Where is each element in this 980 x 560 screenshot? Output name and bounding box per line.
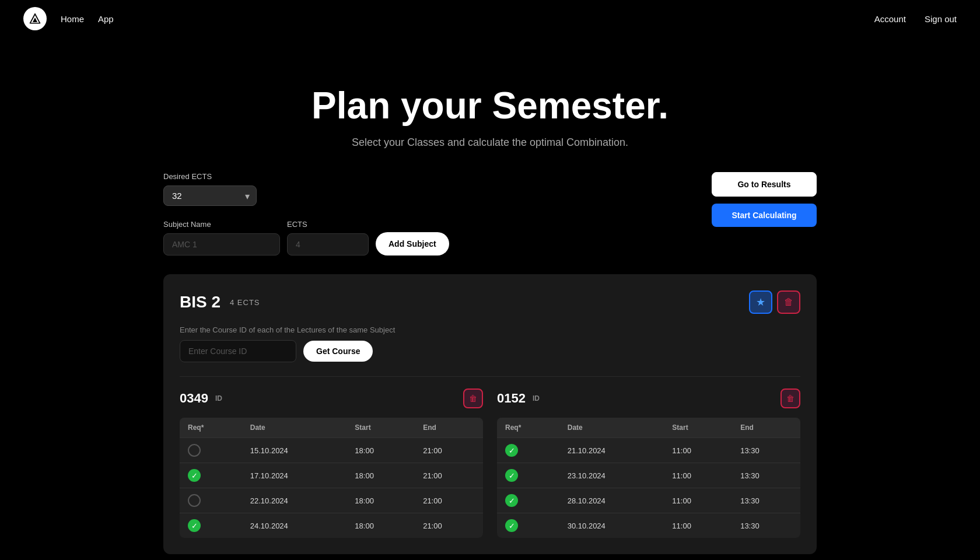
checked-icon: ✓ [188, 519, 201, 532]
table-header: Start [664, 418, 732, 438]
end-cell: 13:30 [732, 463, 800, 488]
end-cell: 13:30 [732, 488, 800, 513]
start-cell: 11:00 [664, 463, 732, 488]
start-cell: 11:00 [664, 438, 732, 463]
req-cell: ✓ [497, 438, 559, 463]
course-id-label: ID [533, 394, 540, 402]
card-header: BIS 2 4 ECTS ★ 🗑 [180, 290, 800, 314]
unchecked-icon [188, 444, 201, 457]
form-area: Desired ECTS 28 30 32 34 36 Subject Name… [140, 172, 840, 256]
end-cell: 21:00 [415, 488, 483, 513]
hero-subtitle: Select your Classes and calculate the op… [0, 136, 980, 149]
desired-ects-select[interactable]: 28 30 32 34 36 [163, 186, 257, 206]
table-header: Date [559, 418, 664, 438]
schedule-table-0: Req*DateStartEnd [180, 418, 483, 538]
end-cell: 21:00 [415, 438, 483, 463]
end-cell: 13:30 [732, 513, 800, 538]
table-row: ✓ 17.10.2024 18:00 21:00 [180, 463, 483, 488]
course-hint: Enter the Course ID of each of the Lectu… [180, 326, 800, 334]
subject-cards-container: BIS 2 4 ECTS ★ 🗑 Enter the Course ID of … [140, 274, 840, 554]
table-header: Req* [180, 418, 242, 438]
checked-icon: ✓ [505, 519, 518, 532]
table-row: ✓ 28.10.2024 11:00 13:30 [497, 488, 800, 513]
nav-app[interactable]: App [98, 14, 114, 24]
table-row: 22.10.2024 18:00 21:00 [180, 488, 483, 513]
subject-name-label: Subject Name [163, 220, 280, 229]
start-cell: 18:00 [346, 438, 415, 463]
date-cell: 21.10.2024 [559, 438, 664, 463]
ects-input-group: ECTS [287, 220, 369, 256]
subject-name-input[interactable] [163, 233, 280, 256]
ects-field-label: ECTS [287, 220, 369, 229]
start-cell: 11:00 [664, 488, 732, 513]
course-id-header-1: 0152 ID 🗑 [497, 388, 800, 408]
start-cell: 18:00 [346, 488, 415, 513]
navbar: Home App Account Sign out [0, 0, 980, 37]
unchecked-icon [188, 494, 201, 507]
course-input-row: Get Course [180, 340, 800, 362]
req-cell: ✓ [180, 513, 242, 538]
date-cell: 22.10.2024 [242, 488, 347, 513]
card-title: BIS 2 [180, 293, 220, 312]
nav-right: Account Sign out [874, 14, 957, 24]
req-cell [180, 488, 242, 513]
date-cell: 24.10.2024 [242, 513, 347, 538]
course-id-input[interactable] [180, 340, 296, 362]
table-row: ✓ 24.10.2024 18:00 21:00 [180, 513, 483, 538]
ects-select-wrapper: 28 30 32 34 36 [163, 186, 257, 206]
delete-course-button-1[interactable]: 🗑 [780, 388, 800, 408]
table-header: Req* [497, 418, 559, 438]
course-id-number: 0152 [497, 391, 526, 406]
req-cell: ✓ [180, 463, 242, 488]
table-row: ✓ 21.10.2024 11:00 13:30 [497, 438, 800, 463]
subject-card-0: BIS 2 4 ECTS ★ 🗑 Enter the Course ID of … [163, 274, 817, 554]
req-cell: ✓ [497, 463, 559, 488]
delete-subject-button[interactable]: 🗑 [777, 290, 800, 314]
req-cell: ✓ [497, 488, 559, 513]
start-cell: 18:00 [346, 463, 415, 488]
subject-name-group: Subject Name [163, 220, 280, 256]
course-id-label: ID [215, 394, 222, 402]
courses-grid: 0349 ID 🗑 Req*DateStartEnd [180, 388, 800, 538]
req-cell: ✓ [497, 513, 559, 538]
card-title-area: BIS 2 4 ECTS [180, 293, 260, 312]
hero-section: Plan your Semester. Select your Classes … [0, 37, 980, 172]
nav-signout[interactable]: Sign out [925, 14, 957, 24]
ects-input[interactable] [287, 233, 369, 256]
date-cell: 23.10.2024 [559, 463, 664, 488]
nav-account[interactable]: Account [874, 14, 906, 24]
go-to-results-button[interactable]: Go to Results [712, 172, 817, 197]
card-actions: ★ 🗑 [749, 290, 800, 314]
course-block-0: 0349 ID 🗑 Req*DateStartEnd [180, 388, 483, 538]
course-id-number: 0349 [180, 391, 208, 406]
checked-icon: ✓ [188, 469, 201, 482]
start-cell: 11:00 [664, 513, 732, 538]
end-cell: 13:30 [732, 438, 800, 463]
date-cell: 17.10.2024 [242, 463, 347, 488]
start-calculating-button[interactable]: Start Calculating [712, 204, 817, 227]
hero-title: Plan your Semester. [0, 84, 980, 127]
logo[interactable] [23, 7, 47, 30]
card-ects-badge: 4 ECTS [230, 298, 260, 307]
end-cell: 21:00 [415, 513, 483, 538]
table-row: ✓ 23.10.2024 11:00 13:30 [497, 463, 800, 488]
table-header: End [732, 418, 800, 438]
schedule-table-1: Req*DateStartEnd ✓ [497, 418, 800, 538]
req-cell [180, 438, 242, 463]
date-cell: 30.10.2024 [559, 513, 664, 538]
checked-icon: ✓ [505, 444, 518, 457]
nav-links: Home App [61, 14, 114, 24]
nav-home[interactable]: Home [61, 14, 84, 24]
favorite-button[interactable]: ★ [749, 290, 772, 314]
add-subject-button[interactable]: Add Subject [376, 232, 449, 256]
end-cell: 21:00 [415, 463, 483, 488]
course-block-1: 0152 ID 🗑 Req*DateStartEnd [497, 388, 800, 538]
courses-divider [180, 376, 800, 377]
get-course-button[interactable]: Get Course [303, 341, 373, 362]
table-header: Start [346, 418, 415, 438]
table-row: 15.10.2024 18:00 21:00 [180, 438, 483, 463]
right-action-buttons: Go to Results Start Calculating [712, 172, 817, 227]
checked-icon: ✓ [505, 494, 518, 507]
table-header: End [415, 418, 483, 438]
delete-course-button-0[interactable]: 🗑 [463, 388, 483, 408]
